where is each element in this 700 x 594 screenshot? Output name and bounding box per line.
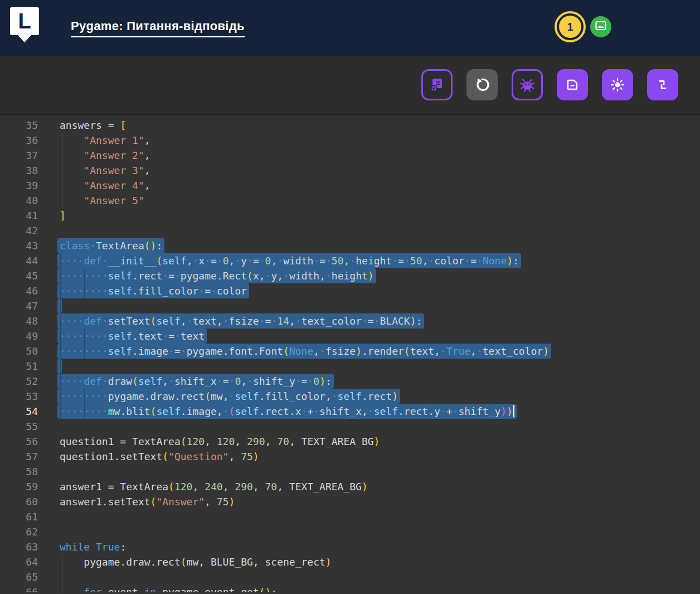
theme-button[interactable] — [602, 69, 633, 100]
indent-guide — [62, 163, 63, 178]
indent-guide — [84, 389, 85, 404]
code-line[interactable]: 40 "Answer 5" — [0, 193, 700, 208]
line-number: 42 — [0, 223, 38, 238]
code-editor: 35answers = [36 "Answer 1",37 "Answer 2"… — [0, 115, 700, 592]
code-line[interactable]: 48····def·setText(self,·text,·fsize·=·14… — [0, 313, 700, 329]
code-line[interactable]: 47 — [0, 298, 700, 313]
line-number: 55 — [0, 419, 38, 434]
code-line[interactable]: 38 "Answer 3", — [0, 163, 700, 178]
indent-guide — [60, 344, 61, 359]
code-text: question1 = TextArea(120, 120, 290, 70, … — [60, 434, 380, 449]
code-text: while True: — [60, 539, 126, 554]
code-text-selected: ····def·__init__(self,·x·=·0,·y·=·0,·wid… — [57, 253, 521, 268]
line-number: 57 — [0, 449, 38, 464]
code-text: "Answer 3", — [60, 163, 150, 178]
line-number: 60 — [0, 494, 38, 509]
code-text-selected: ····def·draw(self,·shift_x·=·0,·shift_y·… — [57, 374, 334, 389]
code-text-selected: ····def·setText(self,·text,·fsize·=·14,·… — [57, 313, 424, 329]
code-line[interactable]: 61 — [0, 509, 700, 524]
code-line[interactable]: 44····def·__init__(self,·x·=·0,·y·=·0,·w… — [0, 253, 700, 268]
code-text-selected — [57, 298, 62, 313]
code-text: "Answer 1", — [60, 133, 150, 148]
code-line[interactable]: 53········pygame.draw.rect(mw,·self.fill… — [0, 389, 700, 404]
logo-letter: L — [18, 11, 31, 32]
code-line[interactable]: 43class·TextArea(): — [0, 238, 700, 253]
code-text: answer1 = TextArea(120, 240, 290, 70, TE… — [60, 479, 368, 494]
code-line[interactable]: 37 "Answer 2", — [0, 148, 700, 163]
reset-button[interactable] — [466, 69, 498, 100]
code-text-selected: ········self.text·=·text — [57, 329, 207, 344]
code-line[interactable]: 52····def·draw(self,·shift_x·=·0,·shift_… — [0, 374, 700, 389]
coin-count: 1 — [567, 21, 573, 33]
code-line[interactable]: 55 — [0, 419, 700, 434]
logo[interactable]: L — [10, 7, 39, 42]
code-line[interactable]: 42 — [0, 223, 700, 238]
line-number: 52 — [0, 374, 38, 389]
code-line[interactable]: 45········self.rect·=·pygame.Rect(x,·y,·… — [0, 268, 700, 283]
add-file-button[interactable] — [421, 69, 453, 100]
code-text: for event in pygame.event.get(): — [60, 585, 277, 592]
code-text: "Answer 2", — [60, 148, 150, 163]
line-number: 36 — [0, 133, 38, 148]
code-line[interactable]: 36 "Answer 1", — [0, 133, 700, 148]
indent-guide — [60, 404, 61, 419]
indent-guide — [60, 374, 61, 389]
line-number: 54 — [0, 404, 38, 419]
code-line[interactable]: 49········self.text·=·text — [0, 329, 700, 344]
line-number: 61 — [0, 509, 38, 524]
code-line[interactable]: 59answer1 = TextArea(120, 240, 290, 70, … — [0, 479, 700, 494]
line-number: 58 — [0, 464, 38, 479]
logo-pin-tip — [18, 35, 31, 42]
fullscreen-button[interactable] — [647, 69, 678, 100]
code-line[interactable]: 60answer1.setText("Answer", 75) — [0, 494, 700, 509]
code-text-selected: ········self.fill_color·=·color — [57, 283, 249, 298]
code-line[interactable]: 58 — [0, 464, 700, 479]
image-badge-button[interactable] — [590, 16, 611, 37]
lesson-title-link[interactable]: Pygame: Питання-відповідь — [71, 19, 245, 37]
indent-guide — [60, 298, 61, 313]
indent-guide — [84, 344, 85, 359]
code-line[interactable]: 65 — [0, 569, 700, 585]
indent-guide — [60, 268, 61, 283]
code-line[interactable]: 51 — [0, 359, 700, 374]
code-line[interactable]: 63while True: — [0, 539, 700, 554]
image-icon — [594, 19, 607, 35]
code-line[interactable]: 46········self.fill_color·=·color — [0, 283, 700, 298]
code-line[interactable]: 35answers = [ — [0, 118, 700, 133]
coin-badge: 1 — [555, 11, 586, 42]
code-text-selected: ········self.image·=·pygame.font.Font(No… — [57, 344, 551, 359]
line-number: 38 — [0, 163, 38, 178]
code-line[interactable]: 57question1.setText("Question", 75) — [0, 449, 700, 464]
indent-guide — [84, 283, 85, 298]
code-text-selected — [57, 359, 62, 374]
code-line[interactable]: 39 "Answer 4", — [0, 178, 700, 193]
line-number: 48 — [0, 313, 38, 329]
code-line[interactable]: 41] — [0, 208, 700, 223]
debug-button[interactable] — [512, 69, 543, 100]
code-text: pygame.draw.rect(mw, BLUE_BG, scene_rect… — [60, 554, 332, 569]
code-line[interactable]: 56question1 = TextArea(120, 120, 290, 70… — [0, 434, 700, 449]
code-line[interactable]: 64 pygame.draw.rect(mw, BLUE_BG, scene_r… — [0, 554, 700, 569]
line-number: 35 — [0, 118, 38, 133]
indent-guide — [84, 404, 85, 419]
indent-guide — [60, 313, 61, 329]
sun-icon — [609, 76, 626, 93]
code-line[interactable]: 54········mw.blit(self.image,·(self.rect… — [0, 404, 700, 419]
indent-guide — [84, 268, 85, 283]
indent-guide — [84, 329, 85, 344]
indent-guide — [60, 359, 61, 374]
line-number: 47 — [0, 298, 38, 313]
code-line[interactable]: 66 for event in pygame.event.get(): — [0, 585, 700, 592]
indent-guide — [60, 329, 61, 344]
code-line[interactable]: 50········self.image·=·pygame.font.Font(… — [0, 344, 700, 359]
save-button[interactable] — [557, 69, 588, 100]
code-line[interactable]: 62 — [0, 524, 700, 539]
line-number: 41 — [0, 208, 38, 223]
line-number: 63 — [0, 539, 38, 554]
indent-guide — [60, 283, 61, 298]
line-number: 46 — [0, 283, 38, 298]
header-bar: L Pygame: Питання-відповідь 1 — [0, 0, 700, 56]
line-number: 49 — [0, 329, 38, 344]
code-text: question1.setText("Question", 75) — [60, 449, 259, 464]
line-number: 53 — [0, 389, 38, 404]
